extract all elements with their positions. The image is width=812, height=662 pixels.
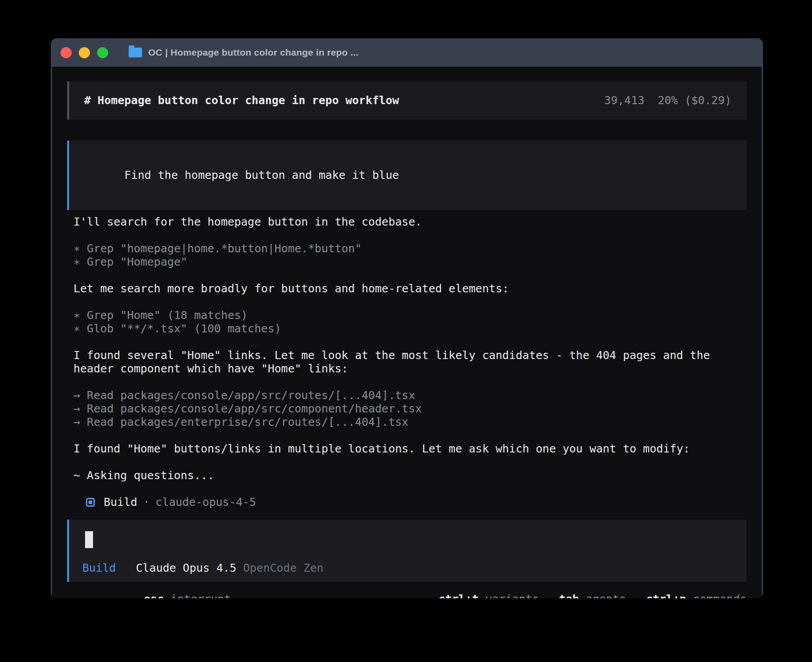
user-message: Find the homepage button and make it blu… xyxy=(67,141,747,210)
separator-dot: · xyxy=(143,496,150,509)
tool-call-grep: ∗ Grep "homepage|home.*button|Home.*butt… xyxy=(73,242,747,255)
zoom-button[interactable] xyxy=(97,47,108,58)
traffic-lights xyxy=(61,47,108,58)
assistant-text: I found "Home" buttons/links in multiple… xyxy=(73,442,747,456)
hint-agents: tab agents xyxy=(559,593,626,598)
title-bar[interactable]: OC | Homepage button color change in rep… xyxy=(51,38,763,67)
input-status-line: Build Claude Opus 4.5 OpenCode Zen xyxy=(82,561,733,575)
user-message-text: Find the homepage button and make it blu… xyxy=(124,169,399,182)
agent-name: Build xyxy=(104,496,137,509)
tool-call-grep: ∗ Grep "Home" (18 matches) xyxy=(73,309,747,322)
dot-spinner xyxy=(69,598,121,599)
session-title: # Homepage button color change in repo w… xyxy=(84,94,399,107)
app-window: OC | Homepage button color change in rep… xyxy=(51,38,763,598)
token-count: 39,413 xyxy=(604,94,644,107)
tool-call-grep: ∗ Grep "Homepage" xyxy=(73,255,747,269)
assistant-status-text: ~ Asking questions... xyxy=(73,469,747,482)
tool-call-glob: ∗ Glob "**/*.tsx" (100 matches) xyxy=(73,322,747,335)
minimize-button[interactable] xyxy=(79,47,90,58)
status-bar: esc interrupt ctrl+t variants tab agents… xyxy=(67,593,747,598)
close-button[interactable] xyxy=(61,47,72,58)
agent-status-row: Build · claude-opus-4-5 xyxy=(67,496,747,509)
assistant-text: I found several "Home" links. Let me loo… xyxy=(73,349,747,375)
tool-call-read: → Read packages/enterprise/src/routes/[.… xyxy=(73,416,747,429)
input-model-label[interactable]: Claude Opus 4.5 xyxy=(136,561,236,575)
folder-icon xyxy=(129,48,142,57)
input-agent-label[interactable]: Build xyxy=(82,561,116,575)
session-stats: 39,413 20% ($0.29) xyxy=(604,94,731,107)
assistant-text: I'll search for the homepage button in t… xyxy=(73,215,747,229)
tool-call-group: → Read packages/console/app/src/routes/[… xyxy=(73,389,747,429)
hint-interrupt: esc interrupt xyxy=(144,593,231,598)
conversation: I'll search for the homepage button in t… xyxy=(67,215,747,482)
hint-commands: ctrl+p commands xyxy=(646,593,747,598)
hint-variants: ctrl+t variants xyxy=(438,593,539,598)
assistant-text: Let me search more broadly for buttons a… xyxy=(73,282,747,295)
title-group: OC | Homepage button color change in rep… xyxy=(129,47,358,58)
prompt-input[interactable]: Build Claude Opus 4.5 OpenCode Zen xyxy=(67,520,747,582)
tool-call-read: → Read packages/console/app/src/routes/[… xyxy=(73,389,747,402)
context-percent: 20% xyxy=(658,94,678,107)
tool-call-group: ∗ Grep "homepage|home.*button|Home.*butt… xyxy=(73,242,747,269)
window-title: OC | Homepage button color change in rep… xyxy=(148,47,358,58)
tool-call-read: → Read packages/console/app/src/componen… xyxy=(73,402,747,416)
agent-model: claude-opus-4-5 xyxy=(155,496,256,509)
terminal-content: # Homepage button color change in repo w… xyxy=(52,67,762,598)
input-cursor xyxy=(85,531,93,548)
tool-call-group: ∗ Grep "Home" (18 matches) ∗ Glob "**/*.… xyxy=(73,309,747,335)
session-header: # Homepage button color change in repo w… xyxy=(67,81,747,120)
status-bar-left: esc interrupt xyxy=(67,593,231,598)
input-provider-label: OpenCode Zen xyxy=(243,561,324,575)
status-bar-right: ctrl+t variants tab agents ctrl+p comman… xyxy=(418,593,747,598)
session-cost: ($0.29) xyxy=(685,94,731,107)
square-in-square-icon xyxy=(86,498,95,507)
